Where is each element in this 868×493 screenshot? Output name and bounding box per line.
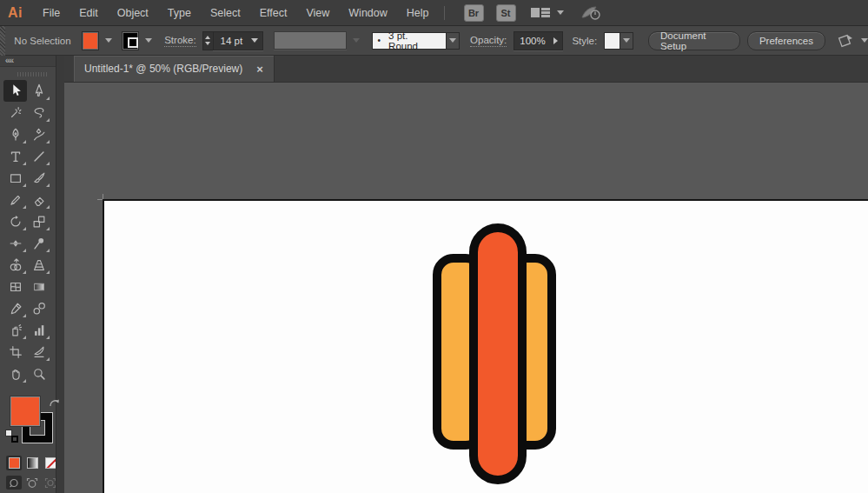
- color-button[interactable]: [6, 456, 22, 470]
- rotate-tool[interactable]: [3, 210, 27, 232]
- menu-effect[interactable]: Effect: [250, 0, 297, 26]
- stroke-color-chevron-icon[interactable]: [145, 38, 152, 43]
- artboard-tool[interactable]: [3, 341, 27, 363]
- draw-normal-icon[interactable]: [6, 476, 22, 490]
- menu-select[interactable]: Select: [201, 0, 250, 26]
- pen-tool[interactable]: [3, 123, 27, 145]
- hotdog-sausage-shape[interactable]: [469, 223, 527, 484]
- width-tool[interactable]: [3, 232, 27, 254]
- document-tab-bar: Untitled-1* @ 50% (RGB/Preview) ×: [64, 56, 868, 83]
- drawing-modes-row: [6, 476, 64, 490]
- tab-close-icon[interactable]: ×: [256, 63, 263, 75]
- opacity-label[interactable]: Opacity:: [470, 35, 507, 47]
- paintbrush-tool[interactable]: [27, 167, 50, 189]
- zoom-tool[interactable]: [27, 363, 50, 384]
- fill-color-indicator[interactable]: [10, 396, 40, 426]
- blend-tool[interactable]: [27, 297, 50, 319]
- menu-file[interactable]: File: [33, 0, 70, 26]
- shape-builder-tool[interactable]: [3, 254, 27, 276]
- stepper-down-icon[interactable]: [205, 42, 210, 45]
- draw-inside-icon[interactable]: [43, 476, 58, 490]
- slice-tool[interactable]: [27, 341, 50, 363]
- curvature-tool[interactable]: [27, 123, 50, 145]
- magic-wand-tool[interactable]: [3, 102, 27, 123]
- none-button[interactable]: [43, 456, 58, 470]
- document-setup-button[interactable]: Document Setup: [648, 31, 740, 50]
- opacity-arrow-icon[interactable]: [553, 37, 558, 44]
- selection-tool[interactable]: [3, 80, 27, 102]
- cs-live-icon[interactable]: [580, 4, 602, 22]
- stroke-width-chevron-icon[interactable]: [251, 38, 258, 43]
- puppet-warp-tool[interactable]: [27, 232, 50, 254]
- perspective-grid-tool[interactable]: [27, 254, 50, 276]
- scale-tool[interactable]: [27, 210, 50, 232]
- arrange-documents-icon[interactable]: [530, 6, 551, 19]
- stroke-label[interactable]: Stroke:: [164, 35, 195, 47]
- bridge-button[interactable]: Br: [464, 4, 484, 22]
- eraser-tool[interactable]: [27, 189, 50, 210]
- opacity-value: 100%: [520, 36, 545, 46]
- eyedropper-tool[interactable]: [3, 297, 27, 319]
- graphic-style-swatch[interactable]: [604, 32, 620, 50]
- mesh-tool[interactable]: [3, 276, 27, 297]
- menubar-divider: [444, 6, 445, 20]
- fill-stroke-indicator: [5, 396, 61, 447]
- arrange-documents-chevron-icon[interactable]: [557, 10, 564, 15]
- preferences-button[interactable]: Preferences: [747, 31, 825, 50]
- menu-help[interactable]: Help: [397, 0, 439, 26]
- line-segment-tool[interactable]: [27, 145, 50, 167]
- stepper-up-icon[interactable]: [205, 36, 210, 39]
- lasso-tool[interactable]: [27, 102, 50, 123]
- direct-selection-tool[interactable]: [27, 80, 50, 102]
- document-tab-title: Untitled-1* @ 50% (RGB/Preview): [84, 63, 242, 75]
- tools-grid: [3, 80, 54, 384]
- stroke-width-value: 14 pt: [221, 36, 243, 46]
- opacity-field[interactable]: 100%: [514, 31, 563, 50]
- stroke-width-field[interactable]: 14 pt: [213, 31, 263, 50]
- fill-color-chevron-icon[interactable]: [105, 38, 112, 43]
- menu-bar: Ai File Edit Object Type Select Effect V…: [0, 0, 868, 26]
- color-mode-row: [6, 456, 64, 470]
- draw-behind-icon[interactable]: [24, 476, 40, 490]
- variable-width-profile-dropdown: [274, 31, 347, 50]
- brush-name: 3 pt. Round: [388, 30, 438, 51]
- stroke-width-stepper[interactable]: [202, 31, 213, 50]
- fill-color-swatch[interactable]: [82, 31, 99, 50]
- gradient-tool[interactable]: [27, 276, 50, 297]
- artboard[interactable]: [103, 199, 868, 493]
- transform-panel-chevron-icon[interactable]: [861, 38, 868, 43]
- rectangle-tool[interactable]: [3, 167, 27, 189]
- tools-panel-grip[interactable]: [17, 72, 47, 77]
- hand-tool[interactable]: [3, 363, 27, 384]
- transform-panel-icon[interactable]: [836, 32, 855, 50]
- stock-button[interactable]: St: [496, 4, 516, 22]
- gradient-button[interactable]: [24, 456, 40, 470]
- symbol-sprayer-tool[interactable]: [3, 319, 27, 341]
- type-tool[interactable]: [3, 145, 27, 167]
- width-profile-chevron-icon: [353, 38, 360, 43]
- tools-panel: ««: [0, 56, 64, 493]
- brush-preview-icon: •: [378, 36, 381, 45]
- brush-chevron-icon[interactable]: [447, 32, 461, 50]
- control-bar-grip[interactable]: [0, 26, 5, 56]
- column-graph-tool[interactable]: [27, 319, 50, 341]
- menu-type[interactable]: Type: [158, 0, 201, 26]
- default-fill-stroke-icon[interactable]: [5, 430, 18, 443]
- menu-object[interactable]: Object: [108, 0, 158, 26]
- style-label: Style:: [572, 36, 597, 46]
- tools-panel-collapse[interactable]: ««: [0, 56, 64, 67]
- swap-fill-stroke-icon[interactable]: [48, 396, 61, 409]
- control-bar: No Selection Stroke: 14 pt • 3 pt. Round…: [0, 26, 868, 56]
- illustrator-logo: Ai: [0, 5, 33, 21]
- stroke-color-swatch[interactable]: [122, 31, 139, 50]
- menu-view[interactable]: View: [296, 0, 339, 26]
- pencil-tool[interactable]: [3, 189, 27, 210]
- brush-definition-dropdown[interactable]: • 3 pt. Round: [372, 32, 447, 50]
- document-canvas[interactable]: [64, 83, 868, 493]
- document-tab[interactable]: Untitled-1* @ 50% (RGB/Preview) ×: [74, 56, 275, 82]
- selection-status: No Selection: [14, 36, 70, 46]
- menu-edit[interactable]: Edit: [70, 0, 108, 26]
- style-chevron-icon[interactable]: [620, 32, 634, 50]
- menu-window[interactable]: Window: [339, 0, 396, 26]
